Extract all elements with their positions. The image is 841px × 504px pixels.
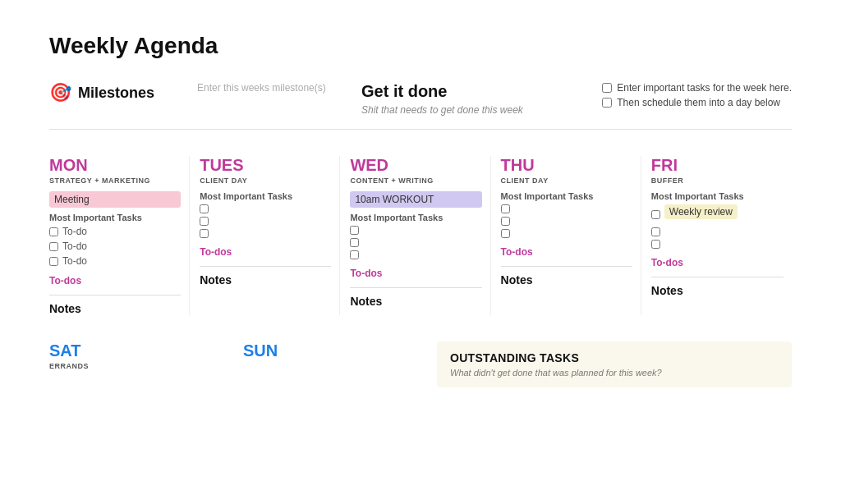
checkbox-tues-2[interactable] xyxy=(200,217,209,226)
get-it-done-checkbox-1[interactable] xyxy=(602,83,612,93)
highlighted-task-wed: 10am WORKOUT xyxy=(350,191,481,208)
get-it-done-checks: Enter important tasks for the week here.… xyxy=(602,82,792,112)
notes-label-fri: Notes xyxy=(651,284,784,297)
day-col-sat: SAT ERRANDS xyxy=(49,341,227,387)
day-col-wed: WED CONTENT + WRITING 10am WORKOUT Most … xyxy=(350,156,490,315)
day-col-sun: SUN xyxy=(243,341,420,387)
day-col-mon: MON STRATEGY + MARKETING Meeting Most Im… xyxy=(49,156,190,315)
notes-label-wed: Notes xyxy=(350,295,481,308)
notes-section-thu: Notes xyxy=(501,266,632,286)
day-name-sat: SAT xyxy=(49,341,227,360)
day-name-mon: MON xyxy=(49,156,181,175)
checkbox-row-tues-1[interactable] xyxy=(200,204,331,213)
checkbox-row-wed-1[interactable] xyxy=(350,226,481,235)
todos-link-mon[interactable]: To-dos xyxy=(49,275,81,286)
day-col-thu: THU CLIENT DAY Most Important Tasks To-d… xyxy=(501,156,641,315)
checkbox-wed-1[interactable] xyxy=(350,226,359,235)
checkbox-label-mon-3: To-do xyxy=(62,255,87,267)
day-col-tues: TUES CLIENT DAY Most Important Tasks To-… xyxy=(200,156,340,315)
checkbox-mon-2[interactable] xyxy=(49,242,58,251)
outstanding-title: OUTSTANDING TASKS xyxy=(450,351,779,364)
checkbox-thu-3[interactable] xyxy=(501,229,510,238)
day-theme-mon: STRATEGY + MARKETING xyxy=(49,176,181,185)
todos-link-wed[interactable]: To-dos xyxy=(350,268,382,279)
checkbox-tues-3[interactable] xyxy=(200,229,209,238)
checkbox-wed-2[interactable] xyxy=(350,238,359,247)
days-grid: MON STRATEGY + MARKETING Meeting Most Im… xyxy=(49,156,792,315)
todos-link-thu[interactable]: To-dos xyxy=(501,246,533,258)
checkbox-mon-1[interactable] xyxy=(49,227,58,236)
mit-label-tues: Most Important Tasks xyxy=(200,191,331,201)
milestones-left: 🎯 Milestones xyxy=(49,82,164,103)
checkbox-row-mon-3[interactable]: To-do xyxy=(49,255,181,267)
milestone-icon: 🎯 xyxy=(49,82,71,103)
checkbox-row-thu-1[interactable] xyxy=(501,204,632,213)
notes-label-mon: Notes xyxy=(49,302,181,315)
checkbox-tues-1[interactable] xyxy=(200,204,209,213)
checkbox-mon-3[interactable] xyxy=(49,257,58,266)
get-it-done-check-1[interactable]: Enter important tasks for the week here. xyxy=(602,82,792,94)
milestones-label: Milestones xyxy=(78,85,154,102)
milestones-placeholder: Enter this weeks milestone(s) xyxy=(197,82,326,94)
get-it-done-checkbox-2[interactable] xyxy=(602,98,612,108)
get-it-done-title: Get it done xyxy=(361,82,523,101)
day-name-thu: THU xyxy=(501,156,632,175)
notes-label-thu: Notes xyxy=(501,273,632,286)
checkbox-fri-2[interactable] xyxy=(651,240,660,249)
outstanding-subtitle: What didn't get done that was planned fo… xyxy=(450,368,779,378)
get-it-done-check-label-2: Then schedule them into a day below xyxy=(617,97,780,108)
bottom-grid: SAT ERRANDS SUN OUTSTANDING TASKS What d… xyxy=(49,341,792,387)
day-name-wed: WED xyxy=(350,156,481,175)
day-theme-fri: BUFFER xyxy=(651,176,784,185)
get-it-done-section: Get it done Shit that needs to get done … xyxy=(361,82,523,116)
day-name-fri: FRI xyxy=(651,156,784,175)
outstanding-tasks-box: OUTSTANDING TASKS What didn't get done t… xyxy=(437,341,792,387)
milestones-section: 🎯 Milestones Enter this weeks milestone(… xyxy=(49,82,792,130)
checkbox-row-fri-2[interactable] xyxy=(651,240,784,249)
checkbox-row-fri-1[interactable] xyxy=(651,227,784,236)
checkbox-row-mon-1[interactable]: To-do xyxy=(49,226,181,237)
notes-section-tues: Notes xyxy=(200,266,331,286)
notes-section-mon: Notes xyxy=(49,295,181,315)
day-col-fri: FRI BUFFER Most Important Tasks Weekly r… xyxy=(651,156,792,315)
mit-label-fri: Most Important Tasks xyxy=(651,191,784,201)
checkbox-label-mon-1: To-do xyxy=(62,226,87,237)
checkbox-row-thu-3[interactable] xyxy=(501,229,632,238)
mit-label-mon: Most Important Tasks xyxy=(49,213,181,222)
notes-section-fri: Notes xyxy=(651,277,784,297)
checkbox-thu-1[interactable] xyxy=(501,204,510,213)
get-it-done-check-2[interactable]: Then schedule them into a day below xyxy=(602,97,792,108)
checkbox-row-wed-3[interactable] xyxy=(350,250,481,259)
day-theme-wed: CONTENT + WRITING xyxy=(350,176,481,185)
checkbox-thu-2[interactable] xyxy=(501,217,510,226)
milestones-input-area: Enter this weeks milestone(s) xyxy=(197,82,329,94)
checkbox-row-wed-2[interactable] xyxy=(350,238,481,247)
page-title: Weekly Agenda xyxy=(49,33,792,59)
mit-label-thu: Most Important Tasks xyxy=(501,191,632,201)
checkbox-wed-3[interactable] xyxy=(350,250,359,259)
get-it-done-subtitle: Shit that needs to get done this week xyxy=(361,104,523,116)
day-theme-sat: ERRANDS xyxy=(49,362,227,370)
day-theme-thu: CLIENT DAY xyxy=(501,176,632,185)
checkbox-fri-1[interactable] xyxy=(651,227,660,236)
day-theme-tues: CLIENT DAY xyxy=(200,176,331,185)
day-name-tues: TUES xyxy=(200,156,331,175)
mit-label-wed: Most Important Tasks xyxy=(350,213,481,222)
notes-section-wed: Notes xyxy=(350,287,481,308)
notes-label-tues: Notes xyxy=(200,273,331,286)
checkbox-row-thu-2[interactable] xyxy=(501,217,632,226)
checkbox-row-tues-3[interactable] xyxy=(200,229,331,238)
checkbox-row-tues-2[interactable] xyxy=(200,217,331,226)
checkbox-label-mon-2: To-do xyxy=(62,241,87,252)
day-name-sun: SUN xyxy=(243,341,420,360)
highlighted-task-fri: Weekly review xyxy=(664,204,738,219)
todos-link-fri[interactable]: To-dos xyxy=(651,257,683,268)
highlighted-task-mon: Meeting xyxy=(49,191,181,208)
todos-link-tues[interactable]: To-dos xyxy=(200,246,232,258)
checkbox-row-mon-2[interactable]: To-do xyxy=(49,241,181,252)
checkbox-row-fri-weekly[interactable]: Weekly review xyxy=(651,204,784,224)
checkbox-fri-weekly[interactable] xyxy=(651,210,660,219)
get-it-done-check-label-1: Enter important tasks for the week here. xyxy=(617,82,792,94)
